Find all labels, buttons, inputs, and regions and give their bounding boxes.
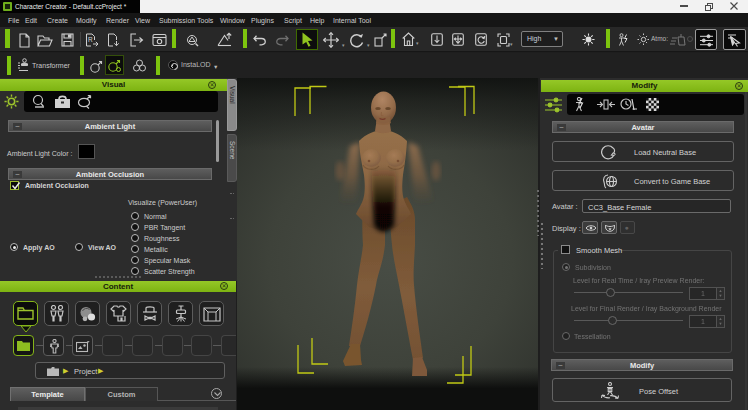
svg-text:R: R — [88, 36, 93, 43]
